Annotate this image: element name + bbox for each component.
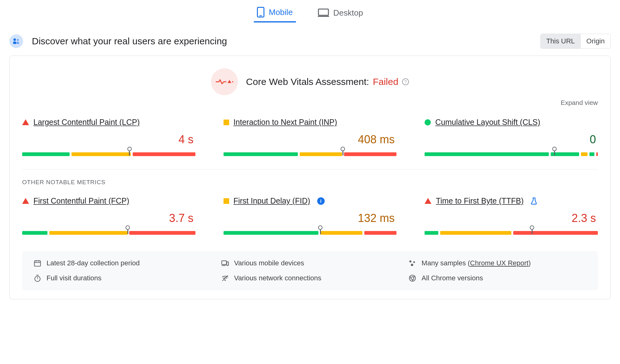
wifi-icon <box>221 274 229 282</box>
metric-ttfb-value: 2.3 s <box>425 212 596 225</box>
svg-point-5 <box>17 39 19 41</box>
svg-point-23 <box>224 279 225 281</box>
stopwatch-icon <box>33 274 42 282</box>
assessment-row: Core Web Vitals Assessment: Failed ? <box>22 68 598 95</box>
assessment-text: Core Web Vitals Assessment: Failed ? <box>246 76 409 87</box>
tab-desktop[interactable]: Desktop <box>315 3 366 22</box>
metric-fcp-value: 3.7 s <box>22 212 194 225</box>
calendar-icon <box>33 259 42 267</box>
svg-point-4 <box>13 38 16 41</box>
metric-ttfb-name[interactable]: Time to First Byte (TTFB) <box>436 196 524 205</box>
metric-fcp-bar <box>22 227 195 235</box>
svg-point-17 <box>410 260 412 263</box>
metric-fid-value: 132 ms <box>224 212 395 225</box>
assessment-status: Failed <box>373 76 398 87</box>
footer-collection-period: Latest 28-day collection period <box>33 259 212 267</box>
svg-rect-1 <box>259 15 262 16</box>
metric-inp-bar <box>224 149 397 156</box>
metric-lcp: Largest Contentful Paint (LCP) 4 s <box>22 118 195 156</box>
help-icon[interactable]: ? <box>402 78 409 85</box>
other-metrics-label: OTHER NOTABLE METRICS <box>22 179 598 186</box>
status-square-icon <box>224 120 229 125</box>
footer-samples: Many samples (Chrome UX Report) <box>408 259 587 267</box>
svg-point-18 <box>413 261 415 263</box>
section-title: Discover what your real users are experi… <box>32 36 227 47</box>
metric-inp-name[interactable]: Interaction to Next Paint (INP) <box>234 118 337 127</box>
metric-lcp-bar <box>22 149 195 156</box>
status-triangle-icon <box>22 198 29 204</box>
svg-rect-3 <box>318 16 329 17</box>
status-circle-icon <box>425 119 431 125</box>
toggle-origin[interactable]: Origin <box>580 34 610 48</box>
info-icon[interactable]: i <box>317 197 325 205</box>
divider <box>22 169 598 170</box>
svg-point-19 <box>411 264 413 266</box>
svg-rect-7 <box>17 42 19 44</box>
footer-network: Various network connections <box>221 274 399 282</box>
svg-rect-14 <box>222 261 226 264</box>
svg-rect-6 <box>13 42 16 44</box>
chrome-ux-report-link[interactable]: Chrome UX Report <box>470 259 529 267</box>
metric-lcp-name[interactable]: Largest Contentful Paint (LCP) <box>33 118 140 127</box>
status-triangle-icon <box>22 119 29 125</box>
svg-rect-15 <box>227 262 228 266</box>
svg-rect-2 <box>318 9 328 15</box>
devices-icon <box>221 259 229 267</box>
footer-durations: Full visit durations <box>33 274 212 282</box>
device-tabs: Mobile Desktop <box>9 3 611 22</box>
status-triangle-icon <box>425 198 431 204</box>
metric-fid-name[interactable]: First Input Delay (FID) <box>234 196 310 205</box>
people-icon <box>9 34 23 48</box>
metric-inp-value: 408 ms <box>224 133 395 146</box>
experimental-flask-icon[interactable] <box>530 197 537 205</box>
footer-devices: Various mobile devices <box>221 259 399 267</box>
svg-rect-10 <box>34 261 41 266</box>
expand-view-link[interactable]: Expand view <box>561 99 598 106</box>
metric-fid-bar <box>224 227 397 235</box>
data-source-footer: Latest 28-day collection period Various … <box>22 251 598 290</box>
metric-ttfb: Time to First Byte (TTFB) 2.3 s <box>425 196 598 235</box>
chrome-icon <box>408 274 416 282</box>
metric-lcp-value: 4 s <box>22 133 194 146</box>
other-metrics-grid: First Contentful Paint (FCP) 3.7 s First… <box>22 196 598 235</box>
scope-toggle: This URL Origin <box>540 34 611 49</box>
tab-desktop-label: Desktop <box>333 8 363 18</box>
vitals-card: Core Web Vitals Assessment: Failed ? Exp… <box>9 56 611 299</box>
section-header: Discover what your real users are experi… <box>9 34 611 49</box>
core-metrics-grid: Largest Contentful Paint (LCP) 4 s Inter… <box>22 118 598 156</box>
metric-cls: Cumulative Layout Shift (CLS) 0 <box>425 118 598 156</box>
section-header-left: Discover what your real users are experi… <box>9 34 227 48</box>
tab-mobile[interactable]: Mobile <box>254 3 296 22</box>
footer-versions: All Chrome versions <box>408 274 587 282</box>
svg-marker-8 <box>228 80 231 83</box>
metric-cls-bar <box>425 149 598 156</box>
scatter-icon <box>408 259 416 267</box>
status-square-icon <box>224 198 229 204</box>
metric-fcp: First Contentful Paint (FCP) 3.7 s <box>22 196 195 235</box>
assessment-status-icon <box>211 68 238 95</box>
metric-fcp-name[interactable]: First Contentful Paint (FCP) <box>33 196 129 205</box>
toggle-this-url[interactable]: This URL <box>541 34 581 48</box>
assessment-label: Core Web Vitals Assessment: <box>246 76 369 87</box>
mobile-icon <box>257 7 264 17</box>
metric-inp: Interaction to Next Paint (INP) 408 ms <box>224 118 397 156</box>
metric-cls-name[interactable]: Cumulative Layout Shift (CLS) <box>435 118 540 127</box>
metric-fid: First Input Delay (FID) i 132 ms <box>224 196 397 235</box>
tab-mobile-label: Mobile <box>269 7 293 17</box>
desktop-icon <box>318 8 329 17</box>
metric-ttfb-bar <box>425 227 598 235</box>
svg-point-9 <box>232 81 233 82</box>
metric-cls-value: 0 <box>425 133 596 146</box>
